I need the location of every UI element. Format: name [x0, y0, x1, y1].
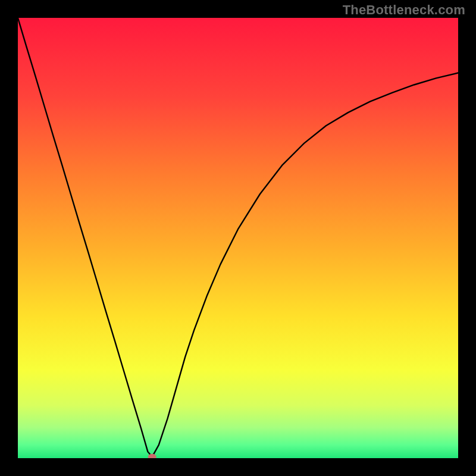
plot-area: [18, 18, 458, 458]
watermark-text: TheBottleneck.com: [343, 2, 465, 18]
chart-frame: TheBottleneck.com: [0, 0, 476, 476]
plot-svg: [18, 18, 458, 458]
